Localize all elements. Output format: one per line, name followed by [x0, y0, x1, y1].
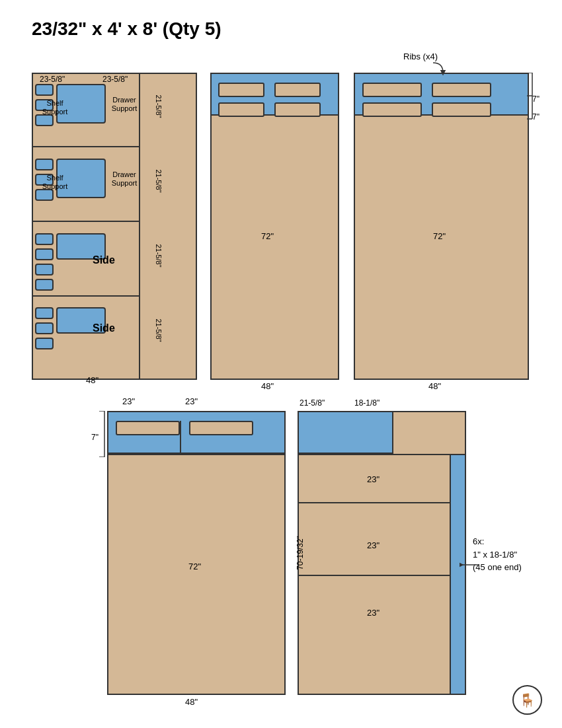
p1-r1-shelf-label: Shelf Support — [35, 99, 75, 116]
logo: 🪑 — [512, 685, 542, 715]
p1-r4-blue2 — [35, 322, 54, 334]
p1-rd3: 21-5/8" — [155, 244, 163, 267]
p1-rd2: 21-5/8" — [155, 169, 163, 192]
p1-r2-drawer-label: Drawer Support — [111, 170, 138, 188]
p1-r2-blue1 — [35, 159, 54, 170]
p1-r3-blue1 — [35, 233, 54, 245]
p3-dim-ticks — [527, 73, 537, 132]
annot-arrow-svg — [460, 558, 479, 571]
p4-dim-top-left: 23" — [122, 396, 135, 406]
p5-dim-top-left: 21-5/8" — [300, 398, 325, 408]
p5-dim-top-right: 18-1/8" — [354, 398, 380, 408]
p5-label-23-2: 23" — [367, 540, 380, 550]
panel2 — [210, 73, 339, 380]
p4-dim-top-right: 23" — [185, 396, 198, 406]
p1-vertical-divider — [139, 73, 140, 380]
p3-rib4 — [432, 102, 491, 117]
p1-r4-blue1 — [35, 307, 54, 319]
p2-rib2 — [274, 83, 321, 97]
p1-r3-blue2 — [35, 248, 54, 260]
p2-rib3 — [218, 102, 264, 117]
p1-r3-blue4 — [35, 279, 54, 291]
p5-dim-vert: 70-19/32" — [296, 536, 305, 570]
p1-r4-side-label: Side — [93, 322, 115, 334]
p4-dim-bot: 48" — [185, 697, 198, 707]
p5-label-23-3: 23" — [367, 608, 380, 618]
p1-r1-blue1 — [35, 84, 54, 96]
p1-dim-bottom: 48" — [86, 375, 99, 385]
annotation-6x: 6x: 1" x 18-1/8" (45 one end) — [473, 535, 522, 574]
p5-hdiv2 — [298, 575, 450, 576]
p3-dim-bot: 48" — [428, 381, 441, 391]
p1-r2-shelf-label: Shelf Support — [35, 174, 75, 191]
p1-r4-blue3 — [35, 338, 54, 349]
p1-rd1: 21-5/8" — [155, 94, 163, 118]
annot-sub: (45 one end) — [473, 562, 522, 572]
p1-rd4: 21-5/8" — [155, 318, 163, 342]
p2-rib1 — [218, 83, 264, 97]
p4-bracket — [86, 411, 109, 457]
p3-rib1 — [362, 83, 422, 97]
p3-rib3 — [362, 102, 422, 117]
p5-hdiv-top — [298, 454, 450, 455]
p4-rib1 — [116, 421, 180, 435]
annot-label: 6x: — [473, 536, 484, 546]
p4-dim-mid: 72" — [188, 562, 201, 571]
p1-r3-side-label: Side — [93, 254, 115, 266]
ribs-arrow-svg — [430, 59, 456, 79]
p5-label-23-1: 23" — [367, 474, 380, 484]
p1-r3-blue3 — [35, 264, 54, 275]
p4-hdiv — [107, 454, 286, 455]
p2-dim-mid: 72" — [261, 231, 274, 241]
p3-rib2 — [432, 83, 491, 97]
p2-dim-bot: 48" — [261, 381, 274, 391]
p2-rib4 — [274, 102, 321, 117]
p1-r1-drawer-label: Drawer Support — [111, 96, 138, 113]
panel3 — [354, 73, 529, 380]
p4-rib2 — [189, 421, 253, 435]
page-title: 23/32" x 4' x 8' (Qty 5) — [32, 18, 221, 40]
annot-detail: 1" x 18-1/8" — [473, 550, 517, 560]
p5-blue-top — [298, 411, 393, 454]
p3-dim-mid: 72" — [433, 231, 446, 241]
p5-right-strip — [450, 454, 466, 695]
p4-vdiv — [180, 421, 181, 454]
p5-hdiv1 — [298, 502, 450, 503]
